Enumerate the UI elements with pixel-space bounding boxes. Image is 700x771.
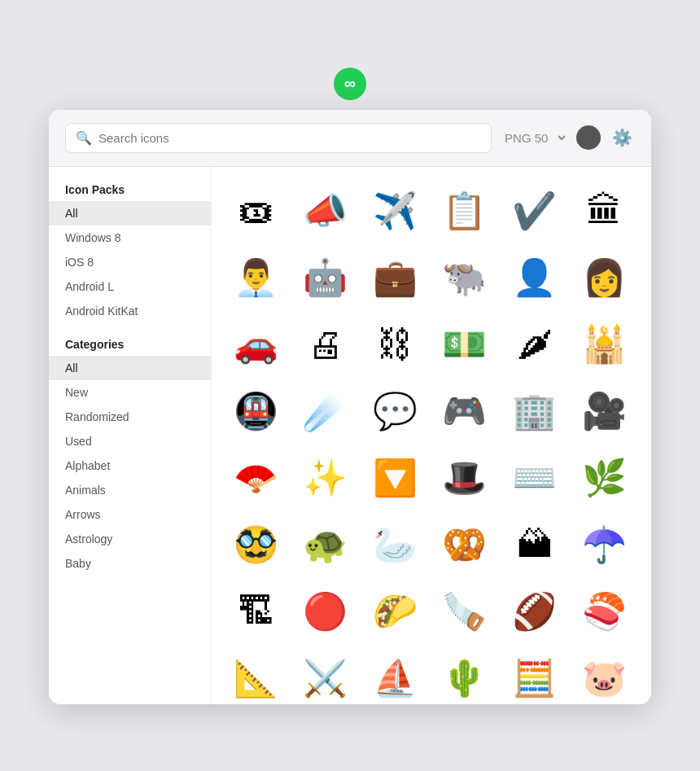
- icon-cell[interactable]: 🎩: [434, 447, 496, 509]
- sidebar-item-category[interactable]: Used: [49, 429, 211, 453]
- sidebar-item-category[interactable]: Animals: [49, 478, 211, 502]
- sidebar: Icon Packs AllWindows 8iOS 8Android LAnd…: [49, 167, 212, 704]
- app-icon-symbol: ∞: [344, 74, 356, 93]
- sidebar-item-category[interactable]: Baby: [49, 551, 211, 576]
- sidebar-item-pack[interactable]: Android KitKat: [49, 299, 211, 323]
- icon-cell[interactable]: ⚔️: [295, 647, 357, 704]
- icon-cell[interactable]: 📐: [225, 647, 287, 704]
- icon-grid: 🎟📣✈️📋✔️🏛👨‍💼🤖💼🐃👤👩🚗🖨⛓💵🌶🕌🚇☄️💬🎮🏢🎥🪭✨🔽🎩⌨️🌿🥸🐢🦢🥨…: [212, 167, 651, 704]
- icon-cell[interactable]: ✔️: [504, 180, 566, 242]
- icon-cell[interactable]: 🪭: [225, 447, 287, 509]
- icon-cell[interactable]: 🔴: [295, 580, 357, 642]
- icon-cell[interactable]: 🤖: [295, 247, 357, 309]
- icon-cell[interactable]: 🐷: [573, 647, 635, 704]
- icon-cell[interactable]: ⛓: [364, 313, 426, 375]
- icon-cell[interactable]: 🏢: [504, 380, 566, 442]
- icon-cell[interactable]: ☄️: [295, 380, 357, 442]
- color-picker[interactable]: [576, 125, 601, 150]
- toolbar-right: PNG 50 PNG 100 SVG ⚙️: [501, 125, 635, 151]
- icon-cell[interactable]: 🐢: [295, 514, 357, 576]
- icon-cell[interactable]: 🏗: [225, 580, 287, 642]
- icon-cell[interactable]: 💬: [364, 380, 426, 442]
- sidebar-item-category[interactable]: All: [49, 356, 211, 380]
- sidebar-item-pack[interactable]: iOS 8: [49, 250, 211, 274]
- toolbar: 🔍 PNG 50 PNG 100 SVG ⚙️: [49, 110, 651, 167]
- panel: 🔍 PNG 50 PNG 100 SVG ⚙️ Icon Packs AllWi…: [49, 110, 651, 704]
- icon-cell[interactable]: ✨: [295, 447, 357, 509]
- sidebar-item-pack[interactable]: Windows 8: [49, 226, 211, 250]
- icon-cell[interactable]: 🥸: [225, 514, 287, 576]
- sidebar-item-pack[interactable]: All: [49, 201, 211, 226]
- icon-cell[interactable]: 👩: [573, 247, 635, 309]
- app-icon: ∞: [334, 68, 366, 100]
- icon-cell[interactable]: 🪚: [434, 580, 496, 642]
- icon-cell[interactable]: 🐃: [434, 247, 496, 309]
- icon-cell[interactable]: 🌵: [434, 647, 496, 704]
- icon-cell[interactable]: 📣: [295, 180, 357, 242]
- icon-cell[interactable]: 🎟: [225, 180, 287, 242]
- sidebar-section-packs: Icon Packs: [49, 180, 211, 201]
- icon-cell[interactable]: 💼: [364, 247, 426, 309]
- icon-cell[interactable]: 🕌: [573, 313, 635, 375]
- icon-cell[interactable]: 👨‍💼: [225, 247, 287, 309]
- sidebar-item-category[interactable]: Randomized: [49, 405, 211, 429]
- sidebar-item-category[interactable]: Arrows: [49, 502, 211, 527]
- icon-cell[interactable]: 🚗: [225, 313, 287, 375]
- icon-cell[interactable]: 🏔: [504, 514, 566, 576]
- sidebar-item-category[interactable]: Alphabet: [49, 453, 211, 478]
- categories-list: AllNewRandomizedUsedAlphabetAnimalsArrow…: [49, 356, 211, 576]
- format-select[interactable]: PNG 50 PNG 100 SVG: [501, 130, 568, 146]
- icon-cell[interactable]: 🍣: [573, 580, 635, 642]
- icon-cell[interactable]: 🥨: [434, 514, 496, 576]
- icon-cell[interactable]: 🌶: [504, 313, 566, 375]
- icon-cell[interactable]: ⛵: [364, 647, 426, 704]
- icon-cell[interactable]: 🦢: [364, 514, 426, 576]
- icon-cell[interactable]: 🚇: [225, 380, 287, 442]
- icon-cell[interactable]: ☂️: [573, 514, 635, 576]
- icon-cell[interactable]: 🎮: [434, 380, 496, 442]
- icon-cell[interactable]: 🔽: [364, 447, 426, 509]
- sidebar-item-category[interactable]: Astrology: [49, 527, 211, 551]
- sidebar-item-category[interactable]: New: [49, 380, 211, 405]
- search-icon: 🔍: [76, 130, 92, 146]
- icon-cell[interactable]: 📋: [434, 180, 496, 242]
- icon-cell[interactable]: 🖨: [295, 313, 357, 375]
- icon-cell[interactable]: 🎥: [573, 380, 635, 442]
- icon-cell[interactable]: 🧮: [504, 647, 566, 704]
- app-wrapper: ∞ 🔍 PNG 50 PNG 100 SVG ⚙️ Icon Pac: [49, 68, 651, 704]
- icon-cell[interactable]: ⌨️: [504, 447, 566, 509]
- search-input[interactable]: [98, 131, 481, 145]
- icon-cell[interactable]: 👤: [504, 247, 566, 309]
- icon-cell[interactable]: 🌮: [364, 580, 426, 642]
- settings-button[interactable]: ⚙️: [609, 125, 635, 151]
- icon-cell[interactable]: 🏛: [573, 180, 635, 242]
- packs-list: AllWindows 8iOS 8Android LAndroid KitKat: [49, 201, 211, 323]
- icon-cell[interactable]: 💵: [434, 313, 496, 375]
- icon-cell[interactable]: 🏈: [504, 580, 566, 642]
- icon-cell[interactable]: 🌿: [573, 447, 635, 509]
- sidebar-item-pack[interactable]: Android L: [49, 274, 211, 299]
- search-box[interactable]: 🔍: [65, 123, 492, 153]
- icon-cell[interactable]: ✈️: [364, 180, 426, 242]
- sidebar-section-categories: Categories: [49, 335, 211, 356]
- main-content: Icon Packs AllWindows 8iOS 8Android LAnd…: [49, 167, 651, 704]
